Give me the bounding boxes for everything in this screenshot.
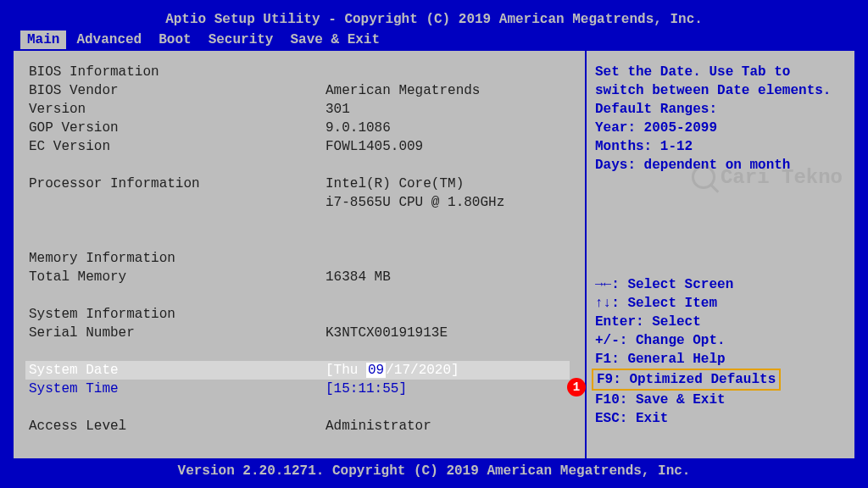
bios-vendor-value: American Megatrends bbox=[326, 81, 480, 100]
annotation-marker-1: 1 bbox=[567, 378, 586, 396]
help-nav-esc: ESC: Exit bbox=[595, 409, 846, 428]
serial-label: Serial Number bbox=[29, 324, 326, 342]
processor-line1: Intel(R) Core(TM) bbox=[326, 175, 464, 193]
help-panel: Set the Date. Use Tab to switch between … bbox=[585, 51, 854, 458]
access-level-value: Administrator bbox=[326, 417, 431, 435]
system-time-label: System Time bbox=[29, 380, 326, 398]
gop-value: 9.0.1086 bbox=[326, 119, 391, 137]
gop-label: GOP Version bbox=[29, 119, 326, 137]
system-date-row[interactable]: System Date [Thu 09/17/2020] bbox=[25, 361, 570, 380]
bios-footer: Version 2.20.1271. Copyright (C) 2019 Am… bbox=[8, 460, 860, 482]
system-time-value[interactable]: [15:11:55] bbox=[326, 380, 407, 398]
watermark-text: Cari Tekno bbox=[721, 166, 843, 189]
ec-label: EC Version bbox=[29, 137, 326, 156]
system-info-section: System Information bbox=[29, 305, 326, 324]
tab-boot[interactable]: Boot bbox=[152, 30, 198, 49]
serial-value: K3NTCX00191913E bbox=[326, 324, 448, 342]
help-desc-1: Set the Date. Use Tab to bbox=[595, 63, 846, 81]
date-month-field[interactable]: 09 bbox=[366, 363, 386, 378]
help-nav-enter: Enter: Select bbox=[595, 313, 846, 331]
bios-header-title: Aptio Setup Utility - Copyright (C) 2019… bbox=[8, 8, 860, 30]
ec-value: FOWL1405.009 bbox=[326, 137, 423, 156]
tab-save-exit[interactable]: Save & Exit bbox=[283, 30, 387, 49]
main-panel: BIOS Information BIOS VendorAmerican Meg… bbox=[14, 51, 585, 458]
tab-main[interactable]: Main bbox=[20, 30, 66, 49]
help-nav-f10: F10: Save & Exit bbox=[595, 391, 846, 409]
system-date-value[interactable]: [Thu 09/17/2020] bbox=[326, 361, 459, 380]
bios-info-section: BIOS Information bbox=[29, 63, 326, 81]
system-time-row[interactable]: System Time [15:11:55] bbox=[29, 380, 570, 398]
help-desc-3: Default Ranges: bbox=[595, 100, 846, 119]
tab-advanced[interactable]: Advanced bbox=[70, 30, 148, 49]
help-nav-select-screen: →←: Select Screen bbox=[595, 275, 846, 294]
help-desc-5: Months: 1-12 bbox=[595, 137, 846, 156]
tab-security[interactable]: Security bbox=[202, 30, 281, 49]
total-memory-value: 16384 MB bbox=[326, 268, 391, 286]
access-level-label: Access Level bbox=[29, 417, 326, 435]
system-date-label: System Date bbox=[29, 361, 326, 380]
search-icon bbox=[692, 165, 715, 189]
processor-section: Processor Information bbox=[29, 175, 326, 193]
tab-bar: Main Advanced Boot Security Save & Exit bbox=[8, 30, 860, 49]
help-nav-change-opt: +/-: Change Opt. bbox=[595, 331, 846, 350]
bios-vendor-label: BIOS Vendor bbox=[29, 81, 326, 100]
help-nav-f1: F1: General Help bbox=[595, 350, 846, 369]
version-value: 301 bbox=[326, 100, 350, 119]
help-nav-f9-highlighted: F9: Optimized Defaults bbox=[592, 369, 781, 391]
help-nav-select-item: ↑↓: Select Item bbox=[595, 294, 846, 313]
watermark: Cari Tekno bbox=[692, 165, 843, 189]
memory-section: Memory Information bbox=[29, 249, 326, 268]
help-desc-4: Year: 2005-2099 bbox=[595, 119, 846, 137]
help-desc-2: switch between Date elements. bbox=[595, 81, 846, 100]
version-label: Version bbox=[29, 100, 326, 119]
processor-line2: i7-8565U CPU @ 1.80GHz bbox=[326, 193, 504, 212]
total-memory-label: Total Memory bbox=[29, 268, 326, 286]
